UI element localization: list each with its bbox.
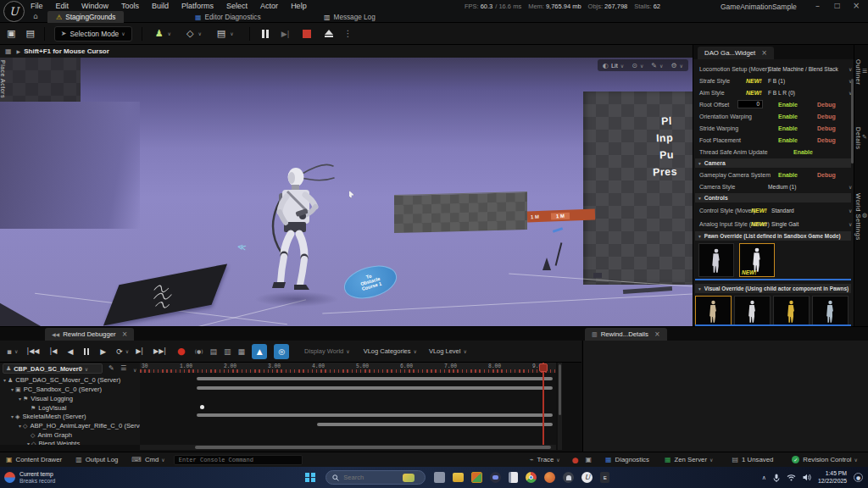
code-editor-icon[interactable] xyxy=(471,472,482,483)
scene-3d[interactable]: To Obstacle Course 1 1 M 1 M ≪ xyxy=(0,58,693,326)
rewind-timeline[interactable]: 30 1.00 2.00 3.00 4.00 5.00 6.00 7.00 8.… xyxy=(140,363,556,445)
enable-button[interactable]: Enable xyxy=(778,125,798,131)
rewind-pause-button[interactable] xyxy=(84,348,89,355)
strafe-dropdown[interactable]: F B (1) xyxy=(768,78,785,84)
vlog-toggle-button[interactable]: ▲ xyxy=(252,344,267,359)
section-pawn-override[interactable]: ▾ Pawn Override (List defined in Sandbox… xyxy=(695,231,851,241)
tray-expand-icon[interactable]: ∧ xyxy=(762,474,766,481)
track-bar[interactable] xyxy=(197,413,553,417)
timeline-h-scrollbar[interactable] xyxy=(140,445,556,450)
viewmode-brush-icon[interactable]: ✎ xyxy=(651,62,657,69)
rewind-v-scrollbar[interactable] xyxy=(558,363,562,450)
close-icon[interactable]: × xyxy=(122,330,128,338)
tab-staginggrounds[interactable]: ⚠ StagingGrounds xyxy=(47,11,124,23)
menu-platforms[interactable]: Platforms xyxy=(181,2,214,10)
tree-row[interactable]: ▾▣PC_Sandbox_C_0 (Server) xyxy=(0,385,140,394)
menu-tools[interactable]: Tools xyxy=(121,2,139,10)
debug-button[interactable]: Debug xyxy=(817,114,836,119)
insights-status-icon[interactable]: ● xyxy=(572,456,579,464)
output-log-button[interactable]: ▥ Output Log xyxy=(75,456,118,463)
menu-actor[interactable]: Actor xyxy=(260,2,278,10)
enable-button[interactable]: Enable xyxy=(778,114,798,119)
trash-icon[interactable]: ▦ xyxy=(238,347,246,356)
show-flags-icon[interactable]: ⊙ xyxy=(632,62,637,69)
section-controls[interactable]: ▾ Controls xyxy=(695,193,851,202)
ue-logo[interactable]: U xyxy=(3,1,25,22)
scrub-toggle-button[interactable]: ◎ xyxy=(274,344,289,359)
skip-to-end-button[interactable]: ▶▶| xyxy=(153,347,166,355)
content-drawer-button[interactable]: ▣ Content Drawer xyxy=(6,456,62,463)
save-icon[interactable]: ▣ xyxy=(7,28,15,39)
chrome-icon[interactable] xyxy=(526,472,537,483)
tree-row[interactable]: ▾◈SkeletalMesh (Server) xyxy=(0,412,140,421)
revision-control-dropdown[interactable]: ✓ Revision Control∨ xyxy=(792,456,858,463)
stop-button[interactable] xyxy=(303,30,311,38)
save-all-icon[interactable]: ▤ xyxy=(25,28,34,39)
menu-file[interactable]: File xyxy=(31,2,43,10)
notification-bell-icon[interactable]: ● xyxy=(854,473,863,482)
search-box[interactable] xyxy=(326,470,426,485)
step-forward-button[interactable]: ▶| xyxy=(136,347,143,355)
track-bar[interactable] xyxy=(197,377,553,380)
side-tab-world-settings[interactable]: ◍ World Settings xyxy=(854,193,868,241)
close-icon[interactable]: × xyxy=(761,49,767,57)
record-button[interactable]: ● xyxy=(177,346,186,357)
start-button[interactable] xyxy=(305,473,315,483)
viewport-settings-gear-icon[interactable]: ⚙ xyxy=(670,62,676,69)
root-offset-field[interactable]: 0 xyxy=(737,100,763,108)
notepad-icon[interactable] xyxy=(509,472,518,483)
viewport-options-icon[interactable]: ▦ xyxy=(5,47,12,55)
selection-mode-dropdown[interactable]: ➤ Selection Mode ∨ xyxy=(54,26,132,42)
debug-button[interactable]: Debug xyxy=(817,102,836,108)
enable-button[interactable]: Enable xyxy=(793,149,813,155)
explorer-icon[interactable] xyxy=(453,473,464,482)
zen-server-dropdown[interactable]: ▦ Zen Server∨ xyxy=(665,456,714,463)
toolbar-options-icon[interactable]: ⋮ xyxy=(344,29,353,38)
maximize-button[interactable]: □ xyxy=(834,2,841,9)
visual-thumbnail-4[interactable] xyxy=(812,296,849,326)
filter-icon[interactable]: ☰ xyxy=(120,364,126,372)
tree-row[interactable]: ▾◇Blend Weights xyxy=(0,439,140,445)
menu-build[interactable]: Build xyxy=(152,2,169,10)
camera-style-dropdown[interactable]: Medium (1) xyxy=(768,184,796,190)
loop-dropdown[interactable]: ⟳ xyxy=(116,347,123,356)
menu-help[interactable]: Help xyxy=(291,2,307,10)
browser-orange-icon[interactable] xyxy=(544,472,555,483)
play-reverse-button[interactable]: ◀ xyxy=(67,347,73,356)
enable-button[interactable]: Enable xyxy=(778,137,798,143)
side-tab-outliner[interactable]: ☰ Outliner xyxy=(854,59,868,85)
epic-games-icon[interactable]: E xyxy=(600,472,609,483)
trace-dropdown[interactable]: ⌁ Trace∨ xyxy=(530,456,560,463)
tab-message-log[interactable]: ▥ Message Log xyxy=(324,11,376,23)
menu-edit[interactable]: Edit xyxy=(56,2,70,10)
clock-widget[interactable]: 1:45 PM 12/22/2025 xyxy=(818,470,847,484)
viewport[interactable]: ▦ ▶ Shift+F1 for Mouse Cursor ◐ Lit∨ ⊙∨ … xyxy=(0,45,693,326)
pen-icon[interactable]: ✎ xyxy=(108,364,114,372)
aim-dropdown[interactable]: F B L R (0) xyxy=(768,90,795,96)
display-world-dropdown[interactable]: Display World xyxy=(304,347,343,355)
unreal-icon[interactable]: U xyxy=(581,472,593,483)
add-actor-dropdown[interactable]: ♟∨ xyxy=(153,28,171,39)
github-icon[interactable] xyxy=(563,472,574,483)
camera-select-dropdown[interactable]: ▪ xyxy=(7,347,12,356)
cmd-dropdown[interactable]: ⌨ Cmd∨ xyxy=(131,456,164,463)
vlog-categories-dropdown[interactable]: VLog Categories xyxy=(364,347,411,355)
volume-icon[interactable] xyxy=(803,474,811,481)
copy-icon[interactable]: ▥ xyxy=(224,347,231,356)
diagnostics-button[interactable]: ▦ Diagnostics xyxy=(605,456,649,463)
enable-button[interactable]: Enable xyxy=(778,172,798,178)
tab-rewind-debugger[interactable]: ◀◀ Rewind Debugger × xyxy=(45,328,134,341)
visual-thumbnail-2[interactable] xyxy=(734,296,771,326)
skip-to-start-button[interactable]: |◀◀ xyxy=(27,347,40,355)
step-back-button[interactable]: |◀ xyxy=(50,347,58,355)
blueprints-dropdown[interactable]: ◇∨ xyxy=(185,28,202,39)
tree-row[interactable]: ▾⚑Visual Logging xyxy=(0,394,140,403)
taskview-icon[interactable] xyxy=(434,472,445,483)
pawn-thumbnail-2-selected[interactable]: NEW! xyxy=(739,243,775,277)
timeline-ruler[interactable]: 30 1.00 2.00 3.00 4.00 5.00 6.00 7.00 8.… xyxy=(140,363,556,373)
track-bar[interactable] xyxy=(197,386,553,390)
vlog-level-dropdown[interactable]: VLog Level xyxy=(429,347,461,355)
section-camera[interactable]: ▾ Camera xyxy=(695,158,851,168)
place-actors-tab[interactable]: Place Actors xyxy=(0,60,9,153)
close-icon[interactable]: × xyxy=(654,330,660,338)
